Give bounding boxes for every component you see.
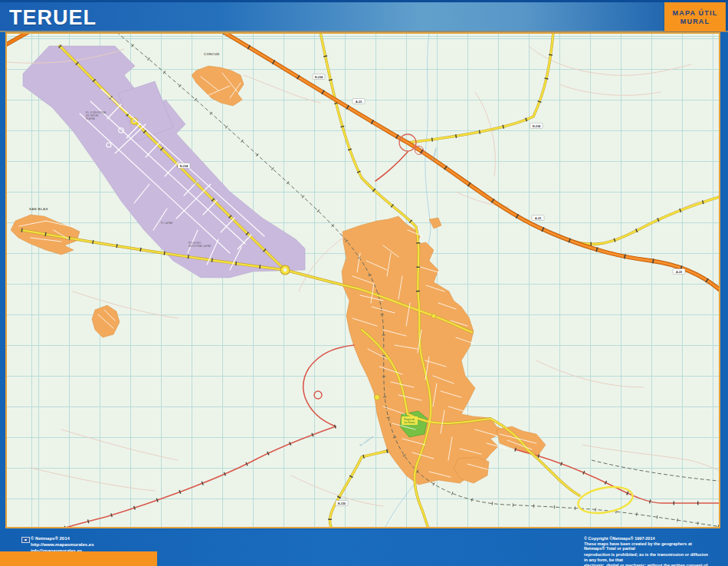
roundabout — [431, 314, 436, 318]
header-bar: TERUEL MAPA ÚTIL MURAL — [0, 0, 728, 32]
svg-text:N-234: N-234 — [533, 125, 541, 128]
map-canvas: A-23 A-23 A-23 N-234 N-234 N-234 N-330 C… — [5, 32, 720, 528]
label-concud: CONCUD — [204, 52, 220, 56]
svg-text:N-330: N-330 — [338, 502, 346, 505]
wall-map-poster: TERUEL MAPA ÚTIL MURAL — [0, 0, 728, 566]
brand-badge: MAPA ÚTIL MURAL — [664, 2, 726, 31]
footer-orange-block — [0, 551, 157, 566]
svg-text:N-234: N-234 — [315, 76, 323, 79]
badge-line-1: MAPA ÚTIL — [664, 9, 726, 17]
svg-text:A-23: A-23 — [535, 217, 541, 220]
label-park: Parque de los Fueros — [402, 416, 418, 425]
netmaps-flag-icon — [21, 537, 30, 543]
footer-bar: © Netmaps® 2014 http://www.mapasmurales.… — [0, 530, 728, 566]
label-rio-guadalaviar: Río Guadalaviar — [358, 435, 374, 448]
footer-website-url: http://www.mapasmurales.es — [31, 541, 93, 548]
motorway-junction-loop — [576, 483, 635, 517]
label-la-paz: P.I. LA PAZ — [161, 222, 172, 225]
map-graphics: A-23 A-23 A-23 N-234 N-234 N-234 N-330 C… — [7, 34, 719, 527]
svg-text:A-23: A-23 — [676, 271, 682, 274]
roundabout — [375, 395, 380, 400]
label-san-blas: SAN BLAS — [29, 207, 48, 211]
map-title: TERUEL — [9, 6, 97, 30]
map-frame: A-23 A-23 A-23 N-234 N-234 N-234 N-330 C… — [0, 32, 728, 530]
svg-text:A-23: A-23 — [356, 100, 362, 104]
badge-line-2: MURAL — [664, 18, 726, 25]
footer-copyright: © Netmaps® 2014 — [31, 535, 93, 541]
footer-legal-text: © Copyright ©Netmaps® 1997-2014 These ma… — [584, 536, 711, 566]
svg-text:Parque de los Fu: Parque de los Fueros — [404, 418, 415, 424]
svg-text:N-234: N-234 — [180, 165, 189, 168]
